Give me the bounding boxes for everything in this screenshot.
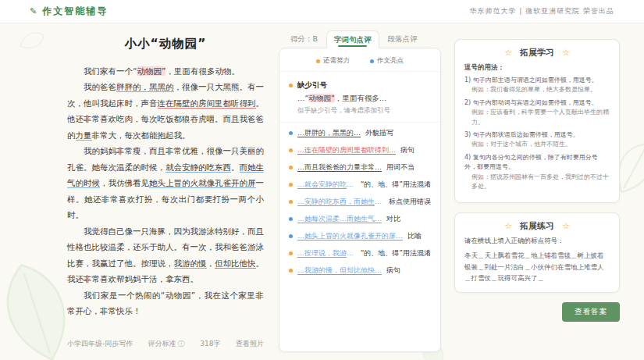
review-item[interactable]: …连在隔壁的房间里都听得到…病句 (279, 140, 440, 157)
view-photo-link[interactable]: 查看照片 (236, 339, 264, 349)
review-quote: …她头上冒的火就像孔雀开的屏… (297, 231, 403, 241)
item-dot (289, 269, 293, 273)
legend-needs-work[interactable]: 还需努力 (316, 56, 350, 66)
app-title-text: 作文智能辅导 (42, 5, 108, 18)
leaf-decoration (14, 23, 51, 59)
review-card: 还需努力作文亮点 缺少引号…“动物园”，里面有很多…似乎缺少引号，请考虑添加引号… (279, 48, 441, 352)
credits: 华东师范大学 | 微软亚洲研究院 荣誉出品 (469, 6, 614, 16)
item-dot (289, 166, 293, 169)
review-quote: …胖胖的，黑黑的… (297, 128, 361, 138)
review-tag: “的、地、得”用法混淆 (361, 248, 431, 258)
app-title: ✎ 作文智能辅导 (30, 5, 108, 18)
review-tag: “的、地、得”用法混淆 (361, 180, 431, 190)
star-icon: ☆ (562, 221, 570, 231)
review-item-expanded[interactable]: 缺少引号…“动物园”，里面有很多…似乎缺少引号，请考虑添加引号 (279, 74, 440, 123)
item-dot (289, 183, 293, 187)
essay-meta: 小学四年级-同步写作 评分标准ⓘ 318字 查看照片 (67, 339, 264, 349)
study-rules: 1) 句子内部主语与谓语之间如需停顿，用逗号。例如：我们看得见的星星，绝大多数是… (464, 76, 610, 191)
review-tag: 病句 (400, 145, 415, 155)
app-header: ✎ 作文智能辅导 华东师范大学 | 微软亚洲研究院 荣誉出品 (0, 0, 644, 23)
marked-text: 动物园” (137, 66, 165, 76)
grade-label: 小学四年级-同步写作 (67, 339, 133, 349)
essay-paragraph: 我觉得自己像一只海豚，因为我游泳特别好，而且性格也比较温柔，还乐于助人。有一次，… (67, 223, 264, 287)
rule-text: 2) 句子内部动词与宾语之间如需停顿，用逗号。 (464, 99, 598, 106)
practice-exercise: 冬天＿天上飘着雪花＿地上铺着雪毯＿树上披着银装＿到处一片洁白＿小伙伴们在雪地上堆… (464, 250, 610, 283)
item-dot (289, 234, 293, 238)
review-tabs: 得分：B字词句点评段落点评 (279, 28, 441, 48)
star-icon: ☆ (562, 48, 570, 58)
review-tag: 外貌描写 (365, 128, 393, 138)
review-quote: …按理说，我游的慢… (297, 248, 356, 258)
review-tag: 缺少引号 (297, 80, 327, 91)
legend-dot (370, 59, 374, 63)
essay-panel: 小小“动物园” 我们家有一个“动物园”，里面有很多动物。我的爸爸胖胖的，黑黑的，… (67, 36, 264, 319)
item-dot (289, 131, 293, 135)
marked-text: 就会安静的吃东西 (165, 162, 231, 173)
review-tag: 病句 (386, 266, 400, 276)
review-panel: 得分：B字词句点评段落点评 还需努力作文亮点 缺少引号…“动物园”，里面有很多…… (279, 28, 441, 352)
review-item-head: 缺少引号 (279, 77, 440, 91)
rule-example: 例如：我们看得见的星星，绝大多数是恒星。 (464, 85, 610, 94)
comma-rule: 4) 复句内各分句之间的停顿，除了有时要用分号外，都要用逗号。例如：据说苏州园林… (464, 153, 610, 192)
tab-score[interactable]: 得分：B (283, 30, 325, 48)
extend-practice-card: ☆ 拓展练习 ☆ 请在横线上填入正确的标点符号： 冬天＿天上飘着雪花＿地上铺着雪… (454, 212, 620, 292)
review-tag: 标点使用错误 (389, 197, 431, 207)
info-icon: ⓘ (178, 340, 185, 348)
review-item[interactable]: …胖胖的，黑黑的…外貌描写 (279, 123, 440, 140)
review-quote: …连在隔壁的房间里都听得到… (297, 145, 396, 155)
item-dot (289, 84, 293, 87)
review-quote: …她每次温柔…而她生气… (297, 214, 382, 224)
essay-paragraph: 我的妈妈非常瘦，而且非常优雅，很像一只美丽的孔雀。她每次温柔的时候，就会安静的吃… (67, 143, 264, 223)
comma-rule: 2) 句子内部动词与宾语之间如需停顿，用逗号。例如：应该看到，科学需要一个人贡献… (464, 98, 610, 127)
essay-paragraph: 我们家有一个“动物园”，里面有很多动物。 (67, 63, 264, 79)
rule-example: 例如：对于这个城市，他并不陌生。 (464, 140, 610, 149)
item-dot (289, 251, 293, 255)
tab-word-review[interactable]: 字词句点评 (326, 30, 379, 48)
review-item[interactable]: …就会安静的吃东西…“的、地、得”用法混淆 (279, 174, 440, 191)
review-item[interactable]: …她每次温柔…而她生气…对比 (279, 209, 440, 226)
item-dot (289, 200, 293, 204)
marked-text: 力量 (76, 130, 92, 141)
review-tag: 比喻 (407, 231, 422, 241)
right-column: ☆ 拓展学习 ☆ 逗号的用法： 1) 句子内部主语与谓语之间如需停顿，用逗号。例… (454, 39, 620, 322)
review-suggestion: 似乎缺少引号，请考虑添加引号 (279, 104, 440, 117)
review-tag: 用词不当 (386, 162, 415, 173)
review-item[interactable]: …她头上冒的火就像孔雀开的屏…比喻 (279, 226, 440, 243)
legend-label: 作文亮点 (377, 56, 404, 66)
star-icon: ☆ (504, 221, 512, 231)
tab-paragraph-review[interactable]: 段落点评 (381, 30, 425, 48)
review-legend: 还需努力作文亮点 (279, 54, 440, 72)
rule-example: 例如：应该看到，科学需要一个人贡献出毕生的精力。 (464, 108, 610, 127)
marked-text: 但却比他快 (215, 258, 256, 269)
review-item[interactable]: …安静的吃东西，而她生气…标点使用错误 (279, 191, 440, 209)
rule-text: 3) 句子内部状语后边如需停顿，用逗号。 (464, 131, 579, 138)
extend-study-title: ☆ 拓展学习 ☆ (464, 47, 610, 59)
app-window: ✎ 作文智能辅导 华东师范大学 | 微软亚洲研究院 荣誉出品 小小“动物园” 我… (0, 0, 644, 360)
essay-paragraph: 我们家是一个热闹的“动物园”，我在这个家里非常开心，非常快乐！ (67, 287, 264, 319)
essay-paragraph: 我的爸爸胖胖的，黑黑的，很像一只大黑熊。有一次，他叫我起床时，声音连在隔壁的房间… (67, 79, 264, 143)
marked-text: 连在隔壁的房间里都听得到 (158, 98, 256, 109)
rule-text: 4) 复句内各分句之间的停顿，除了有时要用分号外，都要用逗号。 (464, 154, 598, 170)
comma-rule: 1) 句子内部主语与谓语之间如需停顿，用逗号。例如：我们看得见的星星，绝大多数是… (464, 76, 610, 95)
rubric-link[interactable]: 评分标准ⓘ (148, 339, 185, 349)
highlighted-text: 动物园” (308, 94, 334, 102)
extend-practice-title: ☆ 拓展练习 ☆ (464, 220, 610, 232)
item-dot (289, 148, 293, 152)
review-quote: …而且我爸爸的力量非常… (297, 162, 382, 173)
review-tag: 对比 (386, 214, 400, 224)
review-item[interactable]: …我游的慢，但却比他快…病句 (279, 260, 440, 277)
study-subtitle: 逗号的用法： (464, 63, 610, 73)
comma-rule: 3) 句子内部状语后边如需停顿，用逗号。例如：对于这个城市，他并不陌生。 (464, 130, 610, 150)
word-count: 318字 (200, 339, 220, 349)
review-item[interactable]: …按理说，我游的慢…“的、地、得”用法混淆 (279, 243, 440, 260)
view-answer-button[interactable]: 查看答案 (562, 302, 620, 322)
review-quote: …“动物园”，里面有很多… (279, 91, 440, 104)
legend-highlights[interactable]: 作文亮点 (370, 56, 404, 66)
extend-study-card: ☆ 拓展学习 ☆ 逗号的用法： 1) 句子内部主语与谓语之间如需停顿，用逗号。例… (454, 39, 620, 203)
star-icon: ☆ (504, 48, 512, 58)
review-item[interactable]: …而且我爸爸的力量非常…用词不当 (279, 157, 440, 174)
rule-example: 例如：据说苏州园林有一百多处，我到过的不过十多处。 (464, 173, 610, 192)
legend-dot (316, 59, 320, 63)
review-quote: …我游的慢，但却比他快… (297, 266, 382, 276)
essay-body: 我们家有一个“动物园”，里面有很多动物。我的爸爸胖胖的，黑黑的，很像一只大黑熊。… (67, 63, 264, 319)
